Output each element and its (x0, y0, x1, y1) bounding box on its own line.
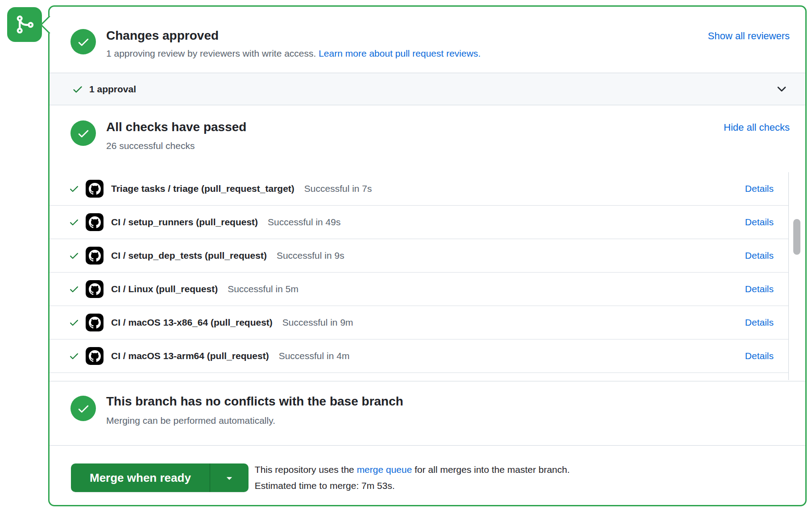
check-status: Successful in 5m (228, 284, 298, 294)
partial-check-row (50, 373, 788, 380)
github-actions-avatar (86, 180, 104, 198)
check-row: CI / setup_dep_tests (pull_request) Succ… (50, 239, 788, 273)
checks-section-header: All checks have passed 26 successful che… (50, 105, 805, 172)
git-merge-icon (7, 7, 42, 42)
review-subtitle: 1 approving review by reviewers with wri… (106, 48, 481, 59)
triangle-down-icon (224, 472, 235, 484)
check-name: CI / macOS 13-x86_64 (pull_request) (111, 317, 273, 328)
merge-queue-link[interactable]: merge queue (357, 464, 412, 475)
check-status: Successful in 9m (282, 317, 353, 328)
check-icon (69, 183, 79, 194)
merge-info: This repository uses the merge queue for… (255, 462, 570, 494)
check-name: CI / macOS 13-arm64 (pull_request) (111, 351, 269, 361)
octocat-icon (89, 283, 101, 295)
hide-all-checks-link[interactable]: Hide all checks (724, 122, 790, 133)
checks-subtitle: 26 successful checks (106, 140, 246, 152)
check-icon (69, 351, 79, 361)
check-row: CI / Linux (pull_request) Successful in … (50, 273, 788, 306)
merge-button-label[interactable]: Merge when ready (71, 463, 210, 492)
github-actions-avatar (86, 347, 104, 365)
check-status: Successful in 9s (277, 250, 344, 261)
octocat-icon (89, 216, 101, 228)
check-icon (69, 217, 79, 228)
checks-list: Triage tasks / triage (pull_request_targ… (50, 172, 805, 381)
github-actions-avatar (86, 213, 104, 231)
learn-more-link[interactable]: Learn more about pull request reviews. (319, 48, 481, 58)
check-details-link[interactable]: Details (745, 217, 774, 228)
check-details-link[interactable]: Details (745, 183, 774, 194)
merge-footer: Merge when ready This repository uses th… (50, 445, 805, 506)
check-name: CI / setup_runners (pull_request) (111, 217, 258, 228)
check-name: CI / setup_dep_tests (pull_request) (111, 250, 267, 261)
check-details-link[interactable]: Details (745, 351, 774, 361)
show-all-reviewers-link[interactable]: Show all reviewers (708, 30, 790, 42)
check-circle-icon (70, 396, 96, 421)
merge-estimate: Estimated time to merge: 7m 53s. (255, 480, 395, 491)
octocat-icon (89, 317, 101, 329)
merge-box: Changes approved 1 approving review by r… (48, 5, 807, 506)
review-title: Changes approved (106, 28, 481, 43)
github-actions-avatar (86, 280, 104, 298)
check-details-link[interactable]: Details (745, 250, 774, 261)
check-icon (69, 250, 79, 261)
approval-summary-label: 1 approval (89, 84, 136, 95)
conflicts-title: This branch has no conflicts with the ba… (106, 394, 403, 409)
check-row: Triage tasks / triage (pull_request_targ… (50, 172, 788, 206)
conflicts-section: This branch has no conflicts with the ba… (50, 381, 805, 445)
review-section: Changes approved 1 approving review by r… (50, 7, 805, 73)
check-row: CI / setup_runners (pull_request) Succes… (50, 206, 788, 239)
octocat-icon (89, 350, 101, 362)
merge-when-ready-button[interactable]: Merge when ready (71, 463, 249, 492)
check-row: CI / macOS 13-x86_64 (pull_request) Succ… (50, 306, 788, 339)
github-actions-avatar (86, 314, 104, 331)
check-circle-icon (70, 120, 96, 146)
approval-summary-row[interactable]: 1 approval (50, 73, 805, 105)
check-name: CI / Linux (pull_request) (111, 284, 218, 294)
chevron-down-icon[interactable] (775, 83, 788, 96)
check-details-link[interactable]: Details (745, 317, 774, 328)
checks-title: All checks have passed (106, 120, 246, 135)
check-icon (72, 83, 83, 95)
check-details-link[interactable]: Details (745, 284, 774, 294)
check-icon (69, 317, 79, 328)
scrollbar-thumb[interactable] (793, 219, 800, 255)
github-actions-avatar (86, 247, 104, 265)
octocat-icon (89, 250, 101, 262)
check-status: Successful in 4m (279, 351, 350, 361)
check-status: Successful in 7s (304, 183, 372, 194)
check-circle-icon (70, 29, 96, 54)
checks-rows: Triage tasks / triage (pull_request_targ… (50, 172, 789, 380)
check-status: Successful in 49s (268, 217, 340, 228)
check-name: Triage tasks / triage (pull_request_targ… (111, 183, 294, 194)
octocat-icon (89, 183, 101, 195)
conflicts-subtitle: Merging can be performed automatically. (106, 415, 403, 426)
check-row: CI / macOS 13-arm64 (pull_request) Succe… (50, 339, 788, 373)
check-icon (69, 284, 79, 294)
merge-options-dropdown[interactable] (210, 463, 249, 492)
